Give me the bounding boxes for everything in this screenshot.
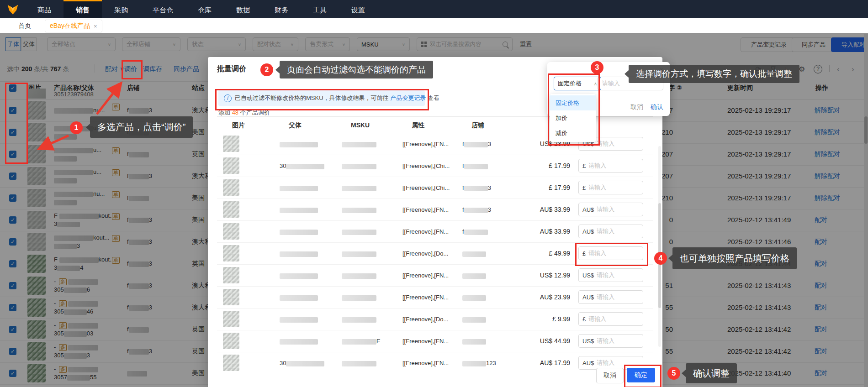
step-5-marker: 5 (667, 367, 680, 380)
current-price: £ 17.99 (519, 184, 570, 191)
current-price: AU$ 17.99 (519, 359, 570, 366)
modal-product-row: [[Freenove],[FN...fAU$ 33.99AU$请输入 (217, 220, 653, 243)
msku-redacted (342, 184, 376, 191)
msku-redacted (342, 228, 376, 235)
tab-label: eBay在线产品 (50, 22, 90, 30)
modal-shop-redacted (462, 272, 486, 279)
row-price-input[interactable]: US$请输入 (578, 334, 643, 348)
redacted-text (342, 230, 376, 235)
shop-suffix: 3 (488, 206, 491, 213)
currency-prefix: £ (582, 162, 586, 169)
tab-home[interactable]: 首页 (18, 22, 31, 30)
row-price-input[interactable]: AU$请输入 (578, 290, 643, 304)
parent-sku-redacted (280, 338, 318, 345)
msku-redacted (342, 162, 376, 169)
step-3-marker: 3 (591, 61, 603, 74)
msku-redacted: E (342, 338, 381, 345)
step-4-tooltip: 也可单独按照产品填写价格 (672, 247, 797, 269)
highlight-checkbox-column (5, 83, 28, 164)
modal-cancel-button[interactable]: 取消 (596, 368, 624, 383)
current-price: £ 17.99 (519, 162, 570, 169)
redacted-text (464, 230, 488, 235)
modal-product-row: [[Freenove],[FN...AU$ 23.99AU$请输入 (217, 286, 653, 309)
modal-shop-redacted (462, 250, 486, 257)
step-3-tooltip: 选择调价方式，填写数字，确认批量调整 (629, 65, 799, 83)
parent-sku-redacted (280, 316, 318, 323)
modal-product-row: [[Freenove],[Do...£ 9.99£请输入 (217, 308, 653, 330)
row-price-input[interactable]: US$请输入 (578, 268, 643, 282)
popover-cancel-button[interactable]: 取消 (630, 103, 643, 111)
nav-item-仓库[interactable]: 仓库 (185, 0, 224, 18)
input-placeholder: 请输入 (597, 271, 614, 279)
tab-close-icon[interactable]: × (94, 23, 97, 30)
nav-item-工具[interactable]: 工具 (301, 0, 339, 18)
modal-product-image (223, 311, 239, 327)
redacted-text (280, 317, 318, 323)
modal-product-image (223, 136, 239, 152)
redacted-text (280, 208, 318, 213)
attribute-cell: [[Freenove],[FN... (402, 272, 449, 279)
modal-header-父体: 父体 (289, 121, 302, 130)
modal-product-image (223, 179, 239, 196)
nav-item-采购[interactable]: 采购 (102, 0, 140, 18)
current-price: US$ 12.99 (519, 272, 570, 279)
step-2-marker: 2 (260, 63, 273, 76)
modal-shop-redacted: f3 (462, 206, 491, 213)
nav-item-平台仓[interactable]: 平台仓 (140, 0, 185, 18)
parent-sku-redacted (280, 272, 318, 279)
redacted-text (464, 186, 488, 191)
redacted-text (342, 164, 376, 169)
popover-confirm-button[interactable]: 确认 (651, 103, 663, 111)
msku-redacted (342, 360, 376, 366)
brand-logo-icon (6, 3, 19, 16)
row-price-input[interactable]: £请输入 (578, 312, 643, 326)
modal-title: 批量调价 (217, 64, 246, 74)
row-price-input[interactable]: AU$请输入 (578, 203, 643, 216)
msku-redacted (342, 294, 376, 301)
redacted-text (342, 208, 376, 213)
input-placeholder: 请输入 (588, 315, 606, 323)
nav-item-销售[interactable]: 销售 (64, 0, 102, 18)
modal-product-image (223, 157, 239, 174)
top-nav: 商品销售采购平台仓仓库数据财务工具设置 ◈ 多平台 ▾ ↓ 帮助 ▾ (0, 0, 868, 18)
attribute-cell: [[Freenove],[FN... (402, 360, 449, 366)
modal-product-image (223, 289, 239, 305)
attribute-cell: [[Freenove],[Do... (402, 316, 448, 323)
modal-shop-redacted (462, 316, 486, 323)
nav-item-设置[interactable]: 设置 (339, 0, 377, 18)
row-price-input[interactable]: £请输入 (578, 181, 643, 194)
shop-suffix: 123 (486, 360, 496, 366)
redacted-text (462, 361, 486, 366)
modal-product-image (223, 333, 239, 349)
step-1-tooltip: 多选产品，点击“调价” (90, 116, 193, 138)
highlight-price-mode-select (548, 73, 600, 146)
row-price-input[interactable]: AU$请输入 (578, 225, 643, 238)
redacted-text (280, 295, 318, 301)
parent-prefix: 30 (280, 162, 286, 169)
msku-redacted (342, 316, 376, 323)
shop-suffix: 3 (488, 184, 491, 191)
modal-product-row: [[Freenove],[FN...f3AU$ 33.99AU$请输入 (217, 199, 653, 221)
nav-item-财务[interactable]: 财务 (262, 0, 301, 18)
attribute-cell: [[Freenove],[Do... (402, 250, 448, 257)
redacted-text (342, 295, 376, 301)
highlight-row-price-input (575, 243, 648, 266)
modal-product-row: E[[Freenove],[FN...US$ 44.99US$请输入 (217, 330, 653, 352)
tab-ebay-online-products[interactable]: eBay在线产品 × (45, 20, 102, 32)
row-price-input[interactable]: £请输入 (578, 159, 643, 173)
redacted-text (464, 164, 488, 169)
redacted-text (342, 142, 376, 147)
current-price: AU$ 33.99 (519, 206, 570, 213)
step-4-marker: 4 (654, 252, 667, 265)
redacted-text (462, 251, 486, 257)
redacted-text (280, 142, 318, 147)
redacted-text (342, 273, 376, 279)
currency-prefix: AU$ (582, 228, 594, 235)
modal-shop-redacted: f3 (462, 184, 491, 191)
input-placeholder: 请输入 (597, 359, 614, 367)
highlight-confirm-button (624, 365, 662, 387)
nav-item-数据[interactable]: 数据 (224, 0, 262, 18)
nav-item-商品[interactable]: 商品 (25, 0, 64, 18)
input-placeholder: 请输入 (597, 227, 614, 235)
current-price: AU$ 33.99 (519, 228, 570, 235)
